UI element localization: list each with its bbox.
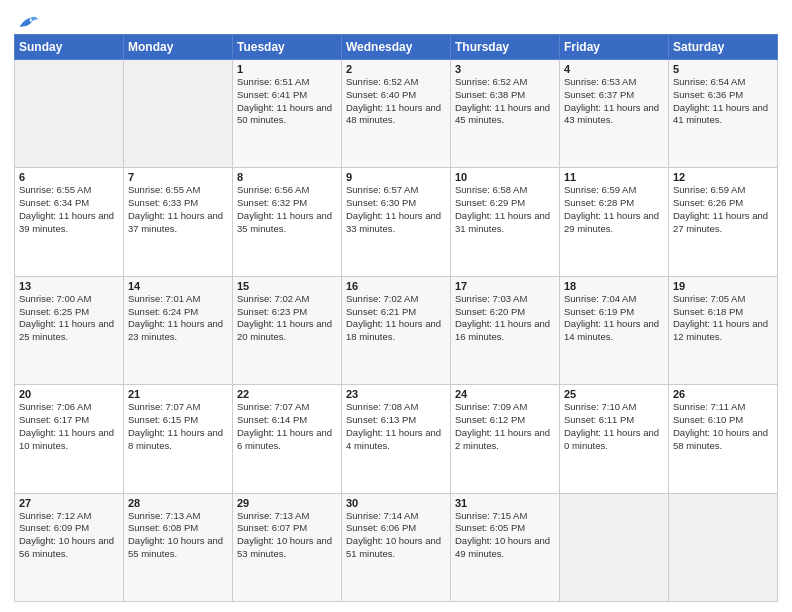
day-header-friday: Friday	[560, 35, 669, 60]
day-cell: 12Sunrise: 6:59 AM Sunset: 6:26 PM Dayli…	[669, 168, 778, 276]
day-number: 25	[564, 388, 664, 400]
day-number: 10	[455, 171, 555, 183]
day-number: 31	[455, 497, 555, 509]
day-cell: 29Sunrise: 7:13 AM Sunset: 6:07 PM Dayli…	[233, 493, 342, 601]
day-number: 19	[673, 280, 773, 292]
day-info: Sunrise: 7:07 AM Sunset: 6:15 PM Dayligh…	[128, 401, 228, 452]
day-cell: 13Sunrise: 7:00 AM Sunset: 6:25 PM Dayli…	[15, 276, 124, 384]
week-row-2: 13Sunrise: 7:00 AM Sunset: 6:25 PM Dayli…	[15, 276, 778, 384]
day-number: 3	[455, 63, 555, 75]
day-info: Sunrise: 7:06 AM Sunset: 6:17 PM Dayligh…	[19, 401, 119, 452]
day-number: 12	[673, 171, 773, 183]
day-info: Sunrise: 7:05 AM Sunset: 6:18 PM Dayligh…	[673, 293, 773, 344]
day-header-monday: Monday	[124, 35, 233, 60]
day-info: Sunrise: 7:11 AM Sunset: 6:10 PM Dayligh…	[673, 401, 773, 452]
day-number: 4	[564, 63, 664, 75]
day-cell: 17Sunrise: 7:03 AM Sunset: 6:20 PM Dayli…	[451, 276, 560, 384]
day-info: Sunrise: 6:57 AM Sunset: 6:30 PM Dayligh…	[346, 184, 446, 235]
day-info: Sunrise: 6:52 AM Sunset: 6:38 PM Dayligh…	[455, 76, 555, 127]
day-number: 23	[346, 388, 446, 400]
day-info: Sunrise: 6:55 AM Sunset: 6:34 PM Dayligh…	[19, 184, 119, 235]
logo-bird-icon	[16, 12, 38, 34]
week-row-1: 6Sunrise: 6:55 AM Sunset: 6:34 PM Daylig…	[15, 168, 778, 276]
day-info: Sunrise: 6:56 AM Sunset: 6:32 PM Dayligh…	[237, 184, 337, 235]
day-cell: 20Sunrise: 7:06 AM Sunset: 6:17 PM Dayli…	[15, 385, 124, 493]
header	[14, 10, 778, 30]
day-info: Sunrise: 7:08 AM Sunset: 6:13 PM Dayligh…	[346, 401, 446, 452]
day-number: 8	[237, 171, 337, 183]
calendar: SundayMondayTuesdayWednesdayThursdayFrid…	[14, 34, 778, 602]
day-number: 26	[673, 388, 773, 400]
day-header-tuesday: Tuesday	[233, 35, 342, 60]
day-info: Sunrise: 7:14 AM Sunset: 6:06 PM Dayligh…	[346, 510, 446, 561]
day-number: 20	[19, 388, 119, 400]
page: SundayMondayTuesdayWednesdayThursdayFrid…	[0, 0, 792, 612]
day-number: 13	[19, 280, 119, 292]
day-cell: 27Sunrise: 7:12 AM Sunset: 6:09 PM Dayli…	[15, 493, 124, 601]
day-number: 1	[237, 63, 337, 75]
day-info: Sunrise: 6:59 AM Sunset: 6:26 PM Dayligh…	[673, 184, 773, 235]
day-cell: 18Sunrise: 7:04 AM Sunset: 6:19 PM Dayli…	[560, 276, 669, 384]
day-cell: 11Sunrise: 6:59 AM Sunset: 6:28 PM Dayli…	[560, 168, 669, 276]
day-cell	[124, 60, 233, 168]
day-cell: 14Sunrise: 7:01 AM Sunset: 6:24 PM Dayli…	[124, 276, 233, 384]
day-cell: 21Sunrise: 7:07 AM Sunset: 6:15 PM Dayli…	[124, 385, 233, 493]
day-cell: 8Sunrise: 6:56 AM Sunset: 6:32 PM Daylig…	[233, 168, 342, 276]
day-info: Sunrise: 7:02 AM Sunset: 6:21 PM Dayligh…	[346, 293, 446, 344]
day-number: 28	[128, 497, 228, 509]
day-info: Sunrise: 7:10 AM Sunset: 6:11 PM Dayligh…	[564, 401, 664, 452]
day-info: Sunrise: 7:03 AM Sunset: 6:20 PM Dayligh…	[455, 293, 555, 344]
day-number: 6	[19, 171, 119, 183]
day-number: 18	[564, 280, 664, 292]
day-info: Sunrise: 6:52 AM Sunset: 6:40 PM Dayligh…	[346, 76, 446, 127]
day-cell: 24Sunrise: 7:09 AM Sunset: 6:12 PM Dayli…	[451, 385, 560, 493]
day-info: Sunrise: 7:12 AM Sunset: 6:09 PM Dayligh…	[19, 510, 119, 561]
logo	[14, 14, 38, 30]
week-row-4: 27Sunrise: 7:12 AM Sunset: 6:09 PM Dayli…	[15, 493, 778, 601]
day-header-saturday: Saturday	[669, 35, 778, 60]
day-info: Sunrise: 7:01 AM Sunset: 6:24 PM Dayligh…	[128, 293, 228, 344]
day-number: 16	[346, 280, 446, 292]
day-info: Sunrise: 7:15 AM Sunset: 6:05 PM Dayligh…	[455, 510, 555, 561]
day-cell: 7Sunrise: 6:55 AM Sunset: 6:33 PM Daylig…	[124, 168, 233, 276]
day-info: Sunrise: 7:13 AM Sunset: 6:07 PM Dayligh…	[237, 510, 337, 561]
day-cell: 23Sunrise: 7:08 AM Sunset: 6:13 PM Dayli…	[342, 385, 451, 493]
day-info: Sunrise: 7:13 AM Sunset: 6:08 PM Dayligh…	[128, 510, 228, 561]
day-info: Sunrise: 7:04 AM Sunset: 6:19 PM Dayligh…	[564, 293, 664, 344]
day-number: 11	[564, 171, 664, 183]
day-number: 21	[128, 388, 228, 400]
day-cell	[669, 493, 778, 601]
day-cell: 1Sunrise: 6:51 AM Sunset: 6:41 PM Daylig…	[233, 60, 342, 168]
day-cell: 2Sunrise: 6:52 AM Sunset: 6:40 PM Daylig…	[342, 60, 451, 168]
day-info: Sunrise: 7:00 AM Sunset: 6:25 PM Dayligh…	[19, 293, 119, 344]
day-number: 27	[19, 497, 119, 509]
week-row-0: 1Sunrise: 6:51 AM Sunset: 6:41 PM Daylig…	[15, 60, 778, 168]
day-cell: 28Sunrise: 7:13 AM Sunset: 6:08 PM Dayli…	[124, 493, 233, 601]
day-info: Sunrise: 7:02 AM Sunset: 6:23 PM Dayligh…	[237, 293, 337, 344]
week-row-3: 20Sunrise: 7:06 AM Sunset: 6:17 PM Dayli…	[15, 385, 778, 493]
day-cell: 4Sunrise: 6:53 AM Sunset: 6:37 PM Daylig…	[560, 60, 669, 168]
day-cell: 31Sunrise: 7:15 AM Sunset: 6:05 PM Dayli…	[451, 493, 560, 601]
day-cell: 30Sunrise: 7:14 AM Sunset: 6:06 PM Dayli…	[342, 493, 451, 601]
day-info: Sunrise: 6:58 AM Sunset: 6:29 PM Dayligh…	[455, 184, 555, 235]
day-info: Sunrise: 7:07 AM Sunset: 6:14 PM Dayligh…	[237, 401, 337, 452]
day-cell: 26Sunrise: 7:11 AM Sunset: 6:10 PM Dayli…	[669, 385, 778, 493]
day-cell: 16Sunrise: 7:02 AM Sunset: 6:21 PM Dayli…	[342, 276, 451, 384]
day-cell: 10Sunrise: 6:58 AM Sunset: 6:29 PM Dayli…	[451, 168, 560, 276]
day-number: 5	[673, 63, 773, 75]
day-headers-row: SundayMondayTuesdayWednesdayThursdayFrid…	[15, 35, 778, 60]
day-info: Sunrise: 6:59 AM Sunset: 6:28 PM Dayligh…	[564, 184, 664, 235]
day-header-wednesday: Wednesday	[342, 35, 451, 60]
day-cell: 5Sunrise: 6:54 AM Sunset: 6:36 PM Daylig…	[669, 60, 778, 168]
day-number: 22	[237, 388, 337, 400]
day-info: Sunrise: 6:53 AM Sunset: 6:37 PM Dayligh…	[564, 76, 664, 127]
day-cell: 22Sunrise: 7:07 AM Sunset: 6:14 PM Dayli…	[233, 385, 342, 493]
day-cell: 9Sunrise: 6:57 AM Sunset: 6:30 PM Daylig…	[342, 168, 451, 276]
day-number: 9	[346, 171, 446, 183]
day-number: 2	[346, 63, 446, 75]
day-number: 30	[346, 497, 446, 509]
day-number: 17	[455, 280, 555, 292]
day-info: Sunrise: 6:51 AM Sunset: 6:41 PM Dayligh…	[237, 76, 337, 127]
day-cell: 6Sunrise: 6:55 AM Sunset: 6:34 PM Daylig…	[15, 168, 124, 276]
day-header-sunday: Sunday	[15, 35, 124, 60]
